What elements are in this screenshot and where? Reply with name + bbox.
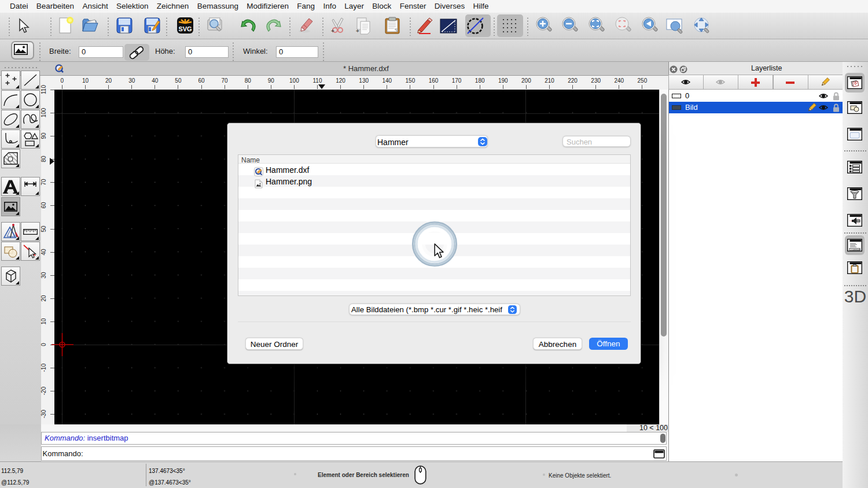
svg-text:SVG: SVG: [178, 25, 192, 32]
svg-text:+: +: [356, 28, 359, 34]
svg-text:> command: > command: [851, 249, 860, 251]
svg-text:+: +: [331, 28, 334, 34]
